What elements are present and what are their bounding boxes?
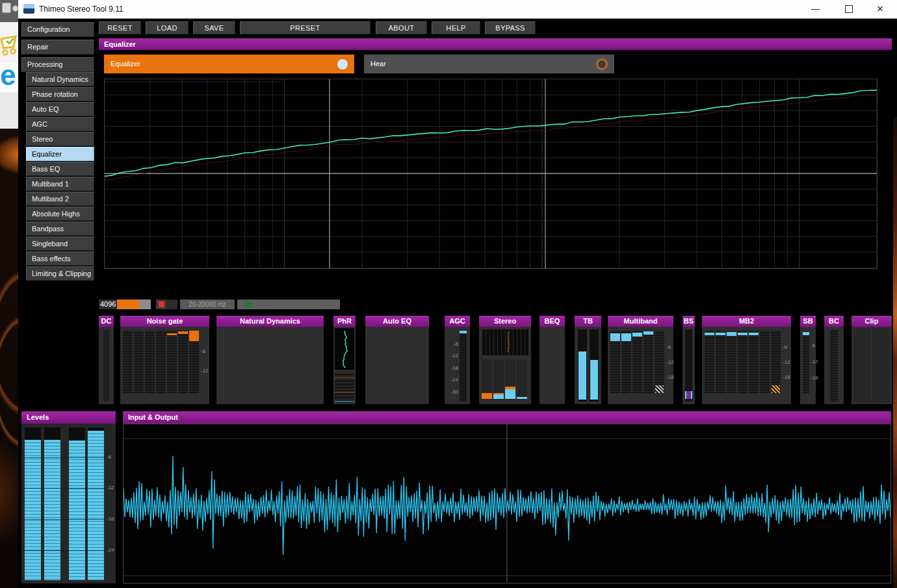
- minimize-icon: [811, 9, 820, 10]
- levels-bar-fill: [25, 440, 41, 580]
- sidebar-item-multiband-2[interactable]: Multiband 2: [26, 192, 94, 206]
- multiband-tick-label: -12: [666, 360, 674, 365]
- close-button[interactable]: ✕: [867, 0, 893, 18]
- sidebar-item-absolute-highs[interactable]: Absolute Highs: [26, 207, 94, 221]
- hear-toggle[interactable]: Hear: [364, 55, 614, 73]
- sidebar-item-auto-eq[interactable]: Auto EQ: [26, 102, 94, 116]
- browser-e-icon[interactable]: e: [0, 62, 18, 92]
- stereo-meter-header: Stereo: [479, 316, 531, 327]
- shopping-cart-icon[interactable]: [0, 30, 18, 58]
- mb2-meter-column: [716, 331, 725, 393]
- sidebar-item-multiband-1[interactable]: Multiband 1: [26, 177, 94, 191]
- save-button[interactable]: SAVE: [193, 21, 235, 34]
- phase-stripe-orange: [335, 392, 354, 392]
- equalizer-toggle-indicator-icon: [337, 59, 348, 70]
- desktop-wallpaper-art: [0, 129, 18, 588]
- multiband-meter-header: Multiband: [608, 316, 673, 327]
- agc-meter-cap: [460, 331, 467, 333]
- bc-meter-column: [830, 329, 838, 402]
- multiband-meter-column: [621, 331, 631, 393]
- levels-gridline: [23, 519, 105, 520]
- mb2-meter-hold-marker: [772, 385, 780, 393]
- reset-button[interactable]: RESET: [99, 21, 141, 34]
- dc-meter-body: [99, 327, 114, 404]
- multiband-tick-label: -18: [666, 375, 674, 380]
- multiband-meter-body: -6-12-18: [608, 327, 673, 404]
- sidebar-item-natural-dynamics[interactable]: Natural Dynamics: [26, 72, 94, 86]
- phase-meter-stripes: [335, 372, 354, 403]
- about-button[interactable]: ABOUT: [376, 21, 427, 34]
- fft-size-widget[interactable]: 4096: [99, 300, 151, 309]
- load-button[interactable]: LOAD: [146, 21, 188, 34]
- stereo-band-bar-cap: [493, 393, 504, 394]
- levels-tick-label: -6: [107, 455, 111, 460]
- bc-meter-body: [824, 327, 844, 404]
- frequency-range-widget[interactable]: 20-20000 Hz: [180, 300, 235, 309]
- desktop-window-fragment: [0, 22, 18, 62]
- maximize-button[interactable]: [836, 0, 862, 18]
- multiband-meter-cap: [632, 333, 642, 337]
- mb2-meter-column: [749, 331, 759, 393]
- noise-gate-meter-column: [189, 331, 199, 393]
- desktop-icon[interactable]: [12, 5, 18, 12]
- sidebar-item-equalizer[interactable]: Equalizer: [26, 147, 94, 161]
- levels-tick-label: -18: [107, 517, 114, 522]
- stereo-band-bar-cap: [505, 387, 515, 389]
- sb-meter-column: [803, 331, 809, 393]
- agc-tick-label: -12: [446, 353, 458, 359]
- phase-trace-svg: [335, 328, 354, 370]
- tb-meter-bar: [590, 360, 598, 400]
- help-button[interactable]: HELP: [432, 21, 480, 34]
- auto-eq-meter-header: Auto EQ: [365, 316, 429, 327]
- dc-meter-header: DC: [99, 316, 114, 327]
- multiband-meter-cap: [621, 333, 631, 341]
- app-icon: [23, 4, 34, 14]
- equalizer-graph[interactable]: [104, 79, 878, 269]
- mb2-tick-label: -18: [783, 375, 790, 380]
- sidebar-item-processing[interactable]: Processing: [21, 57, 94, 72]
- sb-meter-body: -6-12-18: [800, 327, 816, 404]
- stereo-band-bar: [517, 397, 527, 399]
- mb2-meter-cap: [738, 333, 748, 335]
- mb2-meter-cap: [705, 333, 714, 335]
- record-indicator-widget[interactable]: [156, 300, 177, 309]
- bc-meter-header: BC: [824, 316, 844, 327]
- desktop-icon[interactable]: [2, 3, 11, 13]
- sidebar-item-phase-rotation[interactable]: Phase rotation: [26, 87, 94, 101]
- record-track: [166, 300, 177, 309]
- sidebar-item-agc[interactable]: AGC: [26, 117, 94, 131]
- sb-tick-label: -6: [811, 343, 815, 348]
- mb2-meter-cap: [749, 333, 759, 335]
- multiband-meter-column: [632, 331, 642, 393]
- sidebar-item-configuration[interactable]: Configuration: [21, 22, 94, 37]
- sidebar-item-bass-eq[interactable]: Bass EQ: [26, 162, 94, 176]
- maximize-icon: [845, 5, 853, 13]
- sidebar-item-stereo[interactable]: Stereo: [26, 132, 94, 146]
- clip-meter-column: [872, 328, 890, 403]
- sidebar-item-limiting-clipping[interactable]: Limiting & Clipping: [26, 266, 94, 281]
- multiband-meter-column: [655, 331, 664, 393]
- sidebar-item-bandpass[interactable]: Bandpass: [26, 222, 94, 236]
- goniometer-box: [482, 329, 528, 355]
- sidebar-item-bass-effects[interactable]: Bass effects: [26, 251, 94, 266]
- fft-size-value: 4096: [100, 300, 116, 308]
- hear-toggle-label: Hear: [370, 60, 386, 68]
- levels-meter: -6-12-18-24: [21, 424, 116, 583]
- sidebar-item-repair[interactable]: Repair: [21, 40, 94, 55]
- desktop-window-fragment: [0, 92, 18, 129]
- bs-meter-column: [685, 329, 692, 402]
- levels-bar: [44, 428, 60, 580]
- playback-position-widget[interactable]: [237, 300, 340, 309]
- io-title: Input & Output: [128, 413, 178, 421]
- sidebar-item-singleband[interactable]: Singleband: [26, 236, 94, 251]
- minimize-button[interactable]: [803, 0, 829, 18]
- mb2-meter-cap: [727, 332, 736, 336]
- agc-tick-label: -24: [446, 377, 458, 383]
- equalizer-toggle-label: Equalizer: [110, 60, 140, 68]
- equalizer-toggle[interactable]: Equalizer: [104, 55, 354, 73]
- tb-meter-header: TB: [575, 316, 601, 327]
- bypass-button[interactable]: BYPASS: [485, 21, 536, 34]
- preset-button[interactable]: PRESET: [240, 21, 370, 34]
- levels-header: Levels: [21, 411, 116, 424]
- stereo-band-column: [482, 359, 492, 400]
